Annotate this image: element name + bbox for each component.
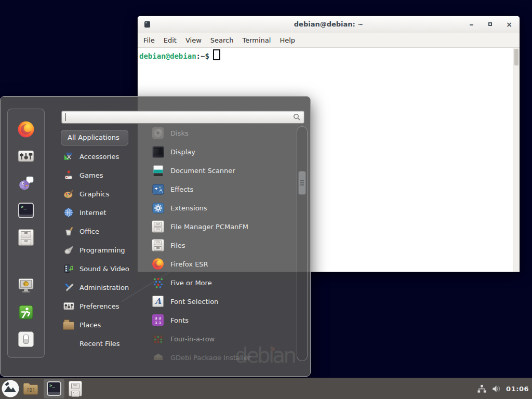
app-item-disks[interactable]: Disks <box>148 124 296 142</box>
control-center-icon <box>18 150 34 163</box>
menu-edit[interactable]: Edit <box>164 36 177 44</box>
menu-button[interactable] <box>1 379 20 398</box>
sidebar-firefox-button[interactable] <box>17 121 35 138</box>
menu-scrollbar-thumb[interactable] <box>298 171 306 195</box>
search-input[interactable] <box>61 111 304 124</box>
sidebar-files-button[interactable] <box>17 229 35 246</box>
office-icon <box>63 225 74 237</box>
terminal-menubar: File Edit View Search Terminal Help <box>138 33 520 48</box>
log-out-icon <box>18 304 34 321</box>
category-accessories[interactable]: Accessories <box>59 147 138 166</box>
terminal-icon <box>18 203 34 218</box>
applications-menu: All Applications Accessories Games Graph… <box>0 96 311 377</box>
category-internet[interactable]: Internet <box>59 203 138 222</box>
clock[interactable]: 01:06 <box>506 385 529 393</box>
app-item-file-manager-pcmanfm[interactable]: File Manager PCManFM <box>148 217 296 236</box>
administration-icon <box>63 282 74 293</box>
app-item-fonts[interactable]: Fonts <box>148 311 296 329</box>
firefox-icon <box>17 121 35 138</box>
terminal-title: debian@debian: ~ <box>138 16 520 33</box>
places-icon <box>63 319 74 330</box>
folder-icon: [D] <box>22 381 39 396</box>
close-button[interactable]: × <box>506 21 512 28</box>
minimize-button[interactable] <box>469 21 475 28</box>
app-item-extensions[interactable]: Extensions <box>148 198 296 217</box>
effects-icon <box>152 183 164 195</box>
search-icon <box>293 113 301 121</box>
file-cabinet-icon <box>69 381 82 396</box>
menu-view[interactable]: View <box>185 36 202 44</box>
app-item-display[interactable]: Display <box>148 142 296 161</box>
category-games[interactable]: Games <box>59 166 138 184</box>
pidgin-icon <box>17 175 35 192</box>
taskbar-terminal-window-button[interactable] <box>44 379 64 398</box>
app-item-effects[interactable]: Effects <box>148 180 296 198</box>
app-item-firefox-esr[interactable]: Firefox ESR <box>148 255 296 273</box>
fonts-icon <box>152 314 164 326</box>
programming-icon <box>63 244 74 256</box>
sidebar-log-out-button[interactable] <box>17 303 35 321</box>
four-in-a-row-icon <box>152 332 164 345</box>
volume-icon[interactable] <box>491 384 501 394</box>
terminal-scrollbar-thumb[interactable] <box>514 49 518 65</box>
category-recent-files[interactable]: Recent Files <box>59 334 138 353</box>
games-icon <box>63 169 74 181</box>
firefox-icon <box>152 258 164 270</box>
maximize-button[interactable] <box>487 21 494 28</box>
document-scanner-icon <box>152 164 164 177</box>
terminal-icon <box>47 381 61 396</box>
shell-prompt: debian@debian:~$ <box>139 49 220 60</box>
menu-file[interactable]: File <box>143 36 155 44</box>
category-places[interactable]: Places <box>59 315 138 334</box>
sidebar-pidgin-button[interactable] <box>17 175 35 192</box>
category-preferences[interactable]: Preferences <box>59 297 138 315</box>
text-cursor <box>213 49 220 60</box>
terminal-titlebar[interactable]: debian@debian: ~ × <box>138 16 520 33</box>
five-or-more-icon <box>152 276 164 289</box>
category-office[interactable]: Office <box>59 222 138 241</box>
sound-video-icon <box>63 263 74 274</box>
graphics-icon <box>63 188 74 200</box>
app-item-font-selection[interactable]: Font Selection <box>148 292 296 311</box>
system-tray: 01:06 <box>477 384 529 394</box>
menu-categories: All Applications Accessories Games Graph… <box>59 129 138 353</box>
app-item-four-in-a-row[interactable]: Four-in-a-row <box>148 329 296 348</box>
search-caret <box>65 113 66 121</box>
app-item-document-scanner[interactable]: Document Scanner <box>148 161 296 180</box>
category-administration[interactable]: Administration <box>59 278 138 297</box>
app-item-five-or-more[interactable]: Five or More <box>148 273 296 292</box>
desktop-folder-launcher[interactable]: [D] <box>21 380 40 397</box>
extensions-icon <box>152 202 164 214</box>
menu-app-list: Disks Display Document Scanner Effects E… <box>148 124 296 360</box>
menu-terminal[interactable]: Terminal <box>242 36 271 44</box>
preferences-icon <box>63 300 74 312</box>
sidebar-terminal-button[interactable] <box>17 202 35 219</box>
svg-text:[D]: [D] <box>26 388 35 393</box>
taskbar-files-button[interactable] <box>66 380 85 397</box>
font-selection-icon <box>152 295 164 308</box>
lock-screen-icon <box>17 276 35 294</box>
category-programming[interactable]: Programming <box>59 241 138 259</box>
taskbar: [D] 01:06 <box>0 378 532 399</box>
gdebi-icon <box>152 351 164 360</box>
terminal-scrollbar[interactable] <box>513 48 520 272</box>
sidebar-lock-screen-button[interactable] <box>17 276 35 294</box>
sidebar-control-center-button[interactable] <box>17 148 35 165</box>
menu-search[interactable]: Search <box>210 36 234 44</box>
power-icon <box>18 331 34 347</box>
file-cabinet-icon <box>18 229 34 246</box>
menu-scrollbar-track[interactable] <box>297 126 308 361</box>
sidebar-quit-button[interactable] <box>17 330 35 348</box>
network-icon[interactable] <box>477 384 487 394</box>
category-all-applications[interactable]: All Applications <box>61 130 128 145</box>
category-sound-video[interactable]: Sound & Video <box>59 259 138 278</box>
app-item-files[interactable]: Files <box>148 236 296 255</box>
menu-logo-icon <box>1 379 20 398</box>
menu-favorites-sidebar <box>7 109 45 358</box>
desktop: debian debian@debian: ~ × File Edit View… <box>0 0 532 399</box>
category-graphics[interactable]: Graphics <box>59 184 138 203</box>
app-item-gdebi-package-installer[interactable]: GDebi Package Installer <box>148 348 296 360</box>
menu-help[interactable]: Help <box>280 36 295 44</box>
file-cabinet-icon <box>152 239 164 251</box>
accessories-icon <box>63 151 74 162</box>
